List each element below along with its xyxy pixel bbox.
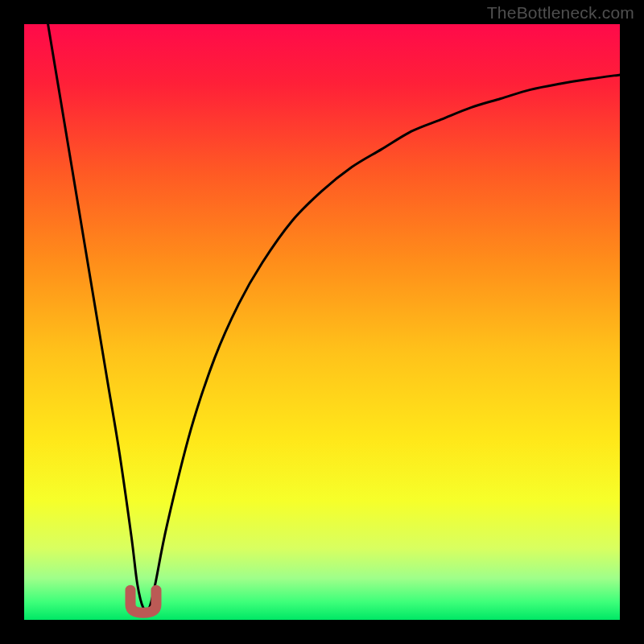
watermark-text: TheBottleneck.com (487, 3, 634, 23)
gradient-background (24, 24, 620, 620)
chart-frame: TheBottleneck.com (0, 0, 644, 644)
bottleneck-chart (0, 0, 644, 644)
